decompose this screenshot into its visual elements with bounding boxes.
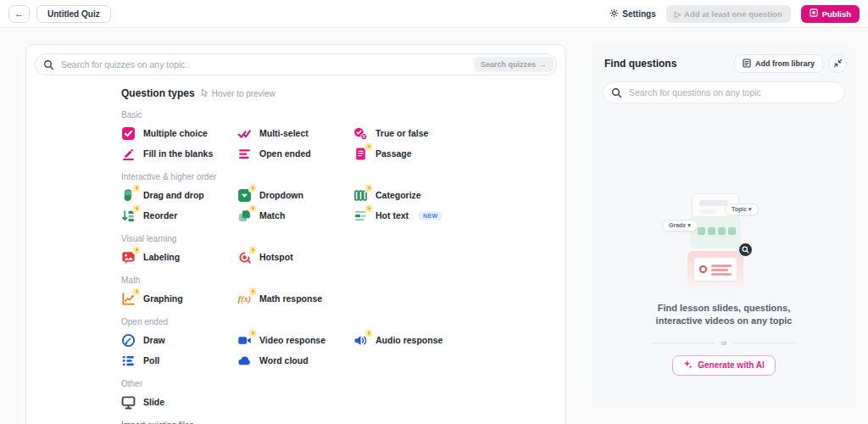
question-type-item[interactable]: Dropdown	[237, 187, 353, 203]
search-quizzes-button[interactable]: Search quizzes →	[474, 57, 554, 72]
question-type-item[interactable]: Multi-select	[237, 126, 353, 141]
super-lightning-badge	[248, 329, 257, 338]
quiz-title-button[interactable]: Untitled Quiz	[36, 5, 111, 23]
question-search-input[interactable]	[603, 81, 845, 103]
collapse-panel-button[interactable]	[828, 54, 847, 73]
question-types-heading: Question types	[121, 87, 195, 99]
question-type-label: Reorder	[143, 210, 177, 220]
question-type-item[interactable]: True or false	[353, 126, 473, 141]
question-type-label: Fill in the blanks	[143, 148, 213, 159]
question-type-item[interactable]: Audio response	[353, 332, 473, 348]
math-response-icon: f(x)	[237, 292, 252, 306]
question-type-item[interactable]: Match	[237, 208, 353, 223]
question-type-label: Video response	[259, 335, 326, 345]
question-type-label: Audio response	[376, 335, 442, 345]
question-type-item[interactable]: Reorder	[121, 208, 237, 223]
question-type-section: Open endedDrawVideo responseAudio respon…	[121, 317, 473, 368]
super-lightning-badge	[364, 204, 373, 213]
super-lightning-badge	[364, 142, 373, 151]
question-type-label: Open ended	[259, 148, 311, 159]
super-lightning-badge	[248, 287, 257, 296]
question-type-item[interactable]: Open ended	[237, 146, 353, 161]
question-type-label: Categorize	[376, 190, 421, 200]
passage-icon	[353, 147, 368, 161]
section-label: Basic	[121, 110, 473, 120]
settings-button[interactable]: Settings	[609, 8, 655, 20]
drag-drop-icon	[121, 188, 136, 203]
super-lightning-badge	[248, 246, 257, 254]
back-button[interactable]: ←	[8, 5, 30, 23]
topic-filter-chip: Topic ▾	[725, 204, 759, 215]
find-questions-panel: Find questions Add from library	[591, 44, 857, 408]
back-arrow-icon: ←	[14, 8, 24, 19]
or-divider: or	[652, 339, 796, 347]
super-lightning-badge	[364, 329, 373, 338]
question-type-label: Graphing	[143, 293, 183, 304]
question-type-label: Dropdown	[259, 190, 303, 200]
question-type-item[interactable]: Passage	[353, 146, 473, 161]
quiz-title: Untitled Quiz	[47, 9, 100, 19]
question-type-item[interactable]: Hot textNEW	[353, 208, 473, 223]
question-type-item[interactable]: Slide	[121, 394, 237, 410]
question-type-section: Visual learningLabelingHotspot	[121, 234, 473, 265]
new-badge: NEW	[418, 211, 442, 220]
hotspot-icon	[237, 250, 252, 265]
question-type-item[interactable]: Word cloud	[237, 353, 353, 368]
question-type-item[interactable]: Multiple choice	[121, 126, 237, 141]
question-type-item[interactable]: Video response	[237, 332, 353, 348]
section-label: Visual learning	[121, 234, 473, 243]
svg-text:f(x): f(x)	[238, 294, 251, 304]
question-type-item[interactable]: Fill in the blanks	[121, 146, 237, 161]
question-type-section: OtherSlide	[121, 379, 473, 410]
hover-to-preview-hint: Hover to preview	[201, 88, 275, 99]
categorize-icon	[353, 188, 368, 203]
search-icon	[43, 59, 54, 74]
labeling-icon	[121, 250, 136, 265]
super-lightning-badge	[364, 184, 373, 192]
generate-with-ai-label: Generate with AI	[698, 360, 765, 370]
add-question-button-disabled[interactable]: ▷ Add at least one question	[666, 5, 791, 23]
match-icon	[237, 209, 252, 223]
question-type-label: True or false	[376, 128, 428, 138]
hot-text-icon	[353, 209, 368, 223]
arrow-right-icon: →	[539, 60, 547, 69]
search-icon	[611, 86, 622, 102]
find-content-illustration: Topic ▾ Grade ▾	[660, 193, 787, 292]
question-type-item[interactable]: Graphing	[121, 291, 237, 306]
question-type-section: MathGraphingf(x)Math response	[121, 276, 473, 306]
super-lightning-badge	[132, 246, 141, 254]
question-type-label: Multi-select	[259, 128, 309, 138]
question-type-item[interactable]: Labeling	[121, 249, 237, 265]
find-content-description: Find lesson slides, questions, interacti…	[591, 302, 857, 328]
question-type-item[interactable]: Categorize	[353, 187, 473, 203]
ai-sparkle-icon	[683, 360, 693, 371]
illustration-result-card	[687, 251, 743, 290]
publish-label: Publish	[822, 9, 851, 19]
collapse-icon	[833, 56, 843, 71]
question-type-label: Drag and drop	[143, 190, 204, 200]
play-icon: ▷	[675, 9, 681, 19]
section-label: Other	[121, 379, 473, 388]
slide-icon	[121, 395, 136, 410]
question-type-item[interactable]: f(x)Math response	[237, 291, 353, 306]
question-type-item[interactable]: Drag and drop	[121, 187, 237, 203]
section-label: Interactive & higher order	[121, 172, 473, 181]
question-type-label: Slide	[143, 397, 164, 407]
question-type-item[interactable]: Draw	[121, 332, 237, 348]
super-lightning-badge	[132, 184, 141, 192]
import-existing-files-heading: Import existing files	[121, 421, 473, 424]
question-type-label: Draw	[143, 335, 165, 345]
add-from-library-button[interactable]: Add from library	[734, 54, 823, 73]
publish-button[interactable]: Publish	[801, 5, 860, 23]
true-false-icon	[353, 126, 368, 141]
open-ended-icon	[237, 147, 252, 161]
question-type-label: Math response	[259, 293, 322, 304]
chevron-down-icon: ▾	[687, 222, 691, 228]
question-type-item[interactable]: Hotspot	[237, 249, 353, 265]
generate-with-ai-button[interactable]: Generate with AI	[672, 355, 776, 376]
audio-response-icon	[353, 333, 368, 348]
top-bar: ← Untitled Quiz Settings ▷ Add at least …	[0, 0, 868, 28]
question-type-section: Interactive & higher orderDrag and dropD…	[121, 172, 473, 223]
chevron-down-icon: ▾	[748, 206, 752, 212]
question-type-item[interactable]: Poll	[121, 353, 237, 368]
